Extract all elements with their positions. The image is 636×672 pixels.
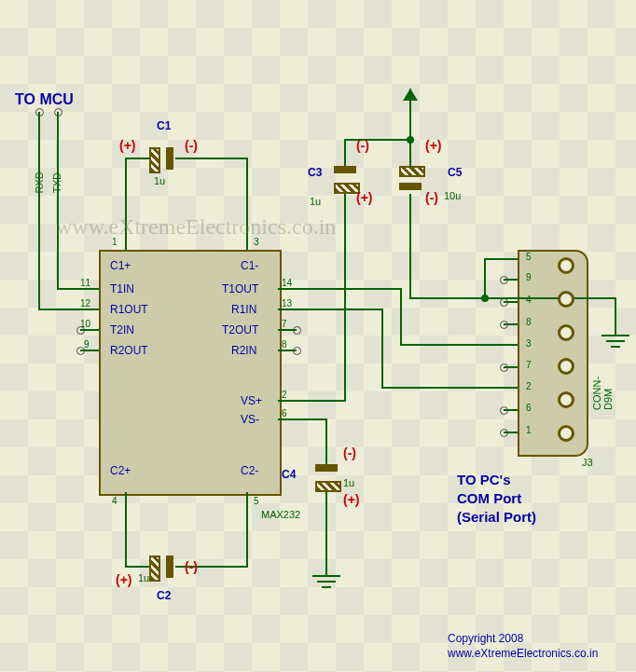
- C4-plus: (+): [343, 492, 360, 507]
- open-pin: [500, 363, 508, 372]
- pinnum: 14: [282, 278, 292, 288]
- junction: [407, 136, 414, 144]
- copyright-2: www.eXtremeElectronics.co.in: [448, 647, 598, 660]
- value-C5: 10u: [444, 190, 461, 201]
- cap-C1-pos: [149, 147, 160, 173]
- open-pin: [54, 108, 62, 117]
- open-pin: [500, 406, 508, 415]
- j3-pin: 2: [526, 381, 532, 391]
- to-pc-1: TO PC's: [457, 472, 510, 487]
- C5-plus: (+): [425, 138, 442, 153]
- junction: [481, 295, 489, 302]
- icpin-C2p: C2+: [110, 464, 131, 477]
- db9-hole: [558, 425, 574, 442]
- j3-type: CONN-D9M: [591, 365, 614, 410]
- C1-minus: (-): [185, 138, 198, 153]
- C1-plus: (+): [119, 138, 136, 153]
- j3-pin: 5: [526, 252, 532, 262]
- icpin-T1OUT: T1OUT: [222, 282, 258, 295]
- icpin-C1m: C1-: [241, 259, 258, 272]
- open-pin: [500, 298, 508, 307]
- cap-C2-pos: [149, 555, 160, 582]
- pinnum: 11: [80, 278, 90, 288]
- to-pc-2: COM Port: [457, 490, 521, 506]
- icpin-T2IN: T2IN: [110, 323, 134, 336]
- icpin-VSm: VS-: [241, 413, 259, 426]
- db9-hole: [558, 324, 574, 341]
- j3-pin: 8: [526, 317, 532, 327]
- value-C3: 1u: [310, 196, 321, 207]
- db9-hole: [558, 291, 574, 308]
- label-C1: C1: [157, 119, 171, 132]
- cap-C4-pos: [315, 481, 341, 492]
- value-C1: 1u: [154, 175, 165, 186]
- value-C4: 1u: [343, 477, 354, 488]
- cap-C1-neg: [166, 147, 173, 170]
- open-pin: [293, 326, 301, 335]
- open-pin: [500, 276, 508, 284]
- db9-hole: [558, 391, 574, 408]
- cap-C5-neg: [399, 183, 422, 190]
- j3-pin: 7: [526, 360, 532, 370]
- label-C2: C2: [157, 589, 171, 602]
- C3-minus: (-): [356, 138, 369, 153]
- value-C2: 1u: [138, 572, 149, 583]
- icpin-R1OUT: R1OUT: [110, 303, 148, 316]
- C2-plus: (+): [116, 572, 132, 587]
- j3-pin: 4: [526, 295, 532, 305]
- pinnum: 9: [84, 339, 90, 350]
- label-C3: C3: [308, 166, 322, 179]
- label-C4: C4: [282, 468, 296, 481]
- C5-minus: (-): [425, 190, 438, 205]
- cap-C4-neg: [315, 464, 338, 472]
- icpin-C1p: C1+: [110, 259, 131, 272]
- cap-C5-pos: [399, 166, 425, 177]
- mcu-txd: TXD: [51, 172, 62, 193]
- j3-pin: 1: [526, 425, 532, 435]
- pinnum: 5: [254, 496, 259, 506]
- db9-hole: [558, 358, 574, 375]
- icpin-R1IN: R1IN: [231, 303, 256, 316]
- pinnum: 13: [282, 298, 292, 309]
- open-pin: [35, 108, 44, 117]
- icpin-T1IN: T1IN: [110, 282, 134, 295]
- C4-minus: (-): [343, 446, 356, 460]
- cap-C2-neg: [166, 555, 173, 578]
- watermark: www.eXtremeElectronics.co.in: [56, 214, 336, 240]
- schematic-wires: [0, 0, 636, 672]
- j3-ref: J3: [582, 457, 593, 468]
- pinnum: 12: [80, 298, 90, 309]
- open-pin: [500, 321, 508, 329]
- pinnum: 8: [282, 339, 287, 350]
- j3-pin: 6: [526, 403, 532, 413]
- j3-pin: 3: [526, 338, 532, 349]
- db9-hole: [558, 257, 574, 274]
- copyright-1: Copyright 2008: [448, 632, 523, 645]
- C2-minus: (-): [185, 559, 198, 574]
- icpin-VSp: VS+: [241, 394, 262, 407]
- j3-pin: 9: [526, 272, 532, 282]
- icpin-R2OUT: R2OUT: [110, 344, 148, 357]
- icpin-R2IN: R2IN: [231, 344, 256, 357]
- mcu-rxd: RXD: [34, 171, 45, 193]
- pinnum: 6: [282, 408, 287, 418]
- cap-C3-neg: [334, 166, 356, 173]
- C3-plus: (+): [356, 190, 373, 205]
- pinnum: 2: [282, 390, 287, 400]
- to-pc-3: (Serial Port): [457, 509, 536, 525]
- open-pin: [293, 347, 301, 355]
- pinnum: 7: [282, 319, 287, 329]
- title-to-mcu: TO MCU: [15, 91, 74, 108]
- icpin-C2m: C2-: [241, 464, 258, 477]
- open-pin: [500, 429, 508, 437]
- label-C5: C5: [448, 166, 462, 179]
- ic-name: MAX232: [261, 509, 300, 520]
- pinnum: 10: [80, 319, 90, 329]
- pinnum: 4: [112, 496, 118, 506]
- icpin-T2OUT: T2OUT: [222, 323, 258, 336]
